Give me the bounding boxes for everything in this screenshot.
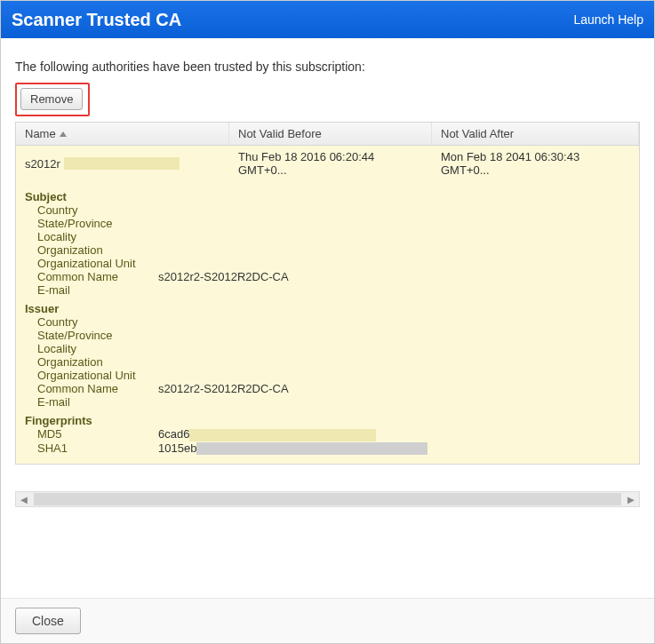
issuer-org-label: Organization bbox=[25, 355, 158, 369]
scrollbar-track[interactable] bbox=[34, 493, 621, 505]
subject-state-label: State/Province bbox=[25, 217, 158, 230]
redacted-text bbox=[196, 442, 427, 455]
title-bar: Scanner Trusted CA Launch Help bbox=[1, 1, 654, 38]
issuer-ou-label: Organizational Unit bbox=[25, 369, 158, 382]
cell-name-prefix: s2012r bbox=[25, 157, 60, 171]
remove-highlight: Remove bbox=[15, 83, 90, 116]
sort-asc-icon bbox=[60, 131, 67, 137]
launch-help-link[interactable]: Launch Help bbox=[573, 12, 643, 27]
md5-label: MD5 bbox=[25, 427, 158, 441]
subject-ou-value bbox=[158, 257, 630, 270]
cell-not-valid-after: Mon Feb 18 2041 06:30:43 GMT+0... bbox=[432, 150, 639, 177]
subject-org-label: Organization bbox=[25, 243, 158, 257]
subject-state-value bbox=[158, 217, 630, 230]
dialog-window: Scanner Trusted CA Launch Help The follo… bbox=[0, 0, 655, 644]
remove-button[interactable]: Remove bbox=[20, 88, 83, 110]
cell-name: s2012r bbox=[16, 150, 229, 177]
md5-prefix: 6cad6 bbox=[158, 427, 189, 441]
sha1-prefix: 1015eb bbox=[158, 441, 196, 455]
issuer-locality-label: Locality bbox=[25, 342, 158, 355]
dialog-footer: Close bbox=[1, 598, 654, 643]
subject-email-label: E-mail bbox=[25, 283, 158, 297]
subject-email-value bbox=[158, 283, 630, 297]
issuer-state-value bbox=[158, 329, 630, 342]
sha1-value: 1015eb bbox=[158, 441, 630, 456]
issuer-heading: Issuer bbox=[25, 302, 630, 315]
column-name[interactable]: Name bbox=[16, 123, 229, 145]
subject-country-value bbox=[158, 203, 630, 217]
intro-text: The following authorities have been trus… bbox=[15, 60, 640, 74]
cell-not-valid-before: Thu Feb 18 2016 06:20:44 GMT+0... bbox=[229, 150, 432, 177]
scroll-region: The following authorities have been trus… bbox=[15, 60, 640, 486]
column-after-label: Not Valid After bbox=[441, 127, 514, 140]
issuer-ou-value bbox=[158, 369, 630, 382]
table-header: Name Not Valid Before Not Valid After bbox=[16, 123, 639, 146]
issuer-locality-value bbox=[158, 342, 630, 355]
redacted-text bbox=[189, 429, 376, 441]
scroll-left-icon[interactable]: ◄ bbox=[16, 492, 32, 506]
column-not-valid-after[interactable]: Not Valid After bbox=[432, 123, 639, 145]
issuer-email-value bbox=[158, 395, 630, 409]
issuer-org-value bbox=[158, 355, 630, 369]
issuer-country-label: Country bbox=[25, 315, 158, 329]
subject-locality-value bbox=[158, 230, 630, 243]
subject-heading: Subject bbox=[25, 190, 630, 203]
ca-table: Name Not Valid Before Not Valid After s2… bbox=[15, 122, 640, 465]
subject-country-label: Country bbox=[25, 203, 158, 217]
column-not-valid-before[interactable]: Not Valid Before bbox=[229, 123, 432, 145]
table-row[interactable]: s2012r Thu Feb 18 2016 06:20:44 GMT+0...… bbox=[16, 146, 639, 181]
subject-org-value bbox=[158, 243, 630, 257]
redacted-text bbox=[64, 157, 180, 170]
column-name-label: Name bbox=[25, 127, 56, 140]
column-before-label: Not Valid Before bbox=[238, 127, 322, 140]
issuer-cn-label: Common Name bbox=[25, 382, 158, 395]
dialog-body: The following authorities have been trus… bbox=[1, 38, 654, 598]
issuer-email-label: E-mail bbox=[25, 395, 158, 409]
table-body: s2012r Thu Feb 18 2016 06:20:44 GMT+0...… bbox=[16, 146, 639, 464]
fingerprints-heading: Fingerprints bbox=[25, 414, 630, 427]
fade-overlay bbox=[15, 532, 640, 548]
row-details: Subject Country State/Province Locality … bbox=[16, 181, 639, 464]
sha1-label: SHA1 bbox=[25, 441, 158, 456]
subject-ou-label: Organizational Unit bbox=[25, 257, 158, 270]
subject-cn-value: s2012r2-S2012R2DC-CA bbox=[158, 270, 630, 283]
horizontal-scrollbar[interactable]: ◄ ► bbox=[15, 491, 640, 507]
issuer-country-value bbox=[158, 315, 630, 329]
subject-cn-label: Common Name bbox=[25, 270, 158, 283]
subject-locality-label: Locality bbox=[25, 230, 158, 243]
issuer-cn-value: s2012r2-S2012R2DC-CA bbox=[158, 382, 630, 395]
issuer-state-label: State/Province bbox=[25, 329, 158, 342]
scroll-right-icon[interactable]: ► bbox=[623, 492, 639, 506]
dialog-title: Scanner Trusted CA bbox=[12, 10, 181, 30]
close-button[interactable]: Close bbox=[15, 608, 81, 634]
md5-value: 6cad6 bbox=[158, 427, 630, 441]
